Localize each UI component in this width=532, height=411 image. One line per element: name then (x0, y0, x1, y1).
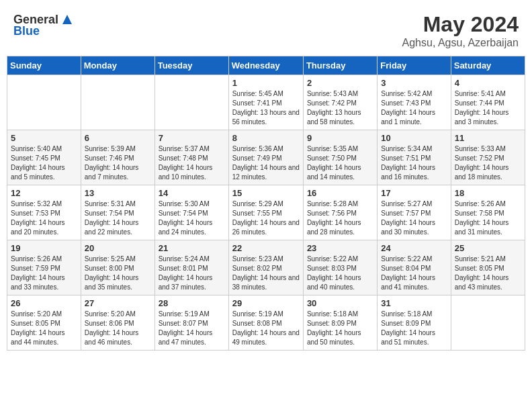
calendar-cell (451, 295, 525, 351)
calendar-cell: 13Sunrise: 5:31 AMSunset: 7:54 PMDayligh… (81, 185, 154, 240)
day-number: 1 (232, 78, 300, 88)
subtitle: Aghsu, Agsu, Azerbaijan (402, 37, 519, 49)
calendar-cell (81, 75, 154, 130)
calendar-cell: 6Sunrise: 5:39 AMSunset: 7:46 PMDaylight… (81, 130, 154, 185)
header-sunday: Sunday (7, 56, 81, 75)
day-number: 15 (232, 188, 300, 198)
calendar-cell: 5Sunrise: 5:40 AMSunset: 7:45 PMDaylight… (7, 130, 81, 185)
calendar-cell: 9Sunrise: 5:35 AMSunset: 7:50 PMDaylight… (303, 130, 377, 185)
day-number: 19 (11, 243, 77, 253)
calendar-cell: 10Sunrise: 5:34 AMSunset: 7:51 PMDayligh… (378, 130, 451, 185)
header-monday: Monday (81, 56, 154, 75)
day-number: 31 (381, 298, 447, 308)
svg-marker-0 (62, 15, 72, 24)
calendar-cell: 16Sunrise: 5:28 AMSunset: 7:56 PMDayligh… (303, 185, 377, 240)
header-wednesday: Wednesday (228, 56, 303, 75)
day-number: 9 (307, 133, 373, 143)
calendar-cell: 28Sunrise: 5:19 AMSunset: 8:07 PMDayligh… (154, 295, 228, 351)
day-info: Sunrise: 5:18 AMSunset: 8:09 PMDaylight:… (381, 310, 447, 347)
day-number: 8 (232, 133, 300, 143)
day-number: 30 (307, 298, 373, 308)
day-info: Sunrise: 5:36 AMSunset: 7:49 PMDaylight:… (232, 144, 300, 182)
header-friday: Friday (378, 56, 451, 75)
day-number: 10 (381, 133, 447, 143)
day-info: Sunrise: 5:40 AMSunset: 7:45 PMDaylight:… (11, 144, 77, 182)
day-number: 17 (381, 188, 447, 198)
calendar-cell: 4Sunrise: 5:41 AMSunset: 7:44 PMDaylight… (451, 75, 525, 130)
day-info: Sunrise: 5:33 AMSunset: 7:52 PMDaylight:… (455, 144, 521, 182)
day-number: 27 (85, 298, 151, 308)
logo-block: General Blue (13, 12, 75, 38)
logo-blue: Blue (13, 24, 40, 38)
header-thursday: Thursday (303, 56, 377, 75)
day-info: Sunrise: 5:28 AMSunset: 7:56 PMDaylight:… (307, 199, 373, 237)
day-number: 12 (11, 188, 77, 198)
week-row-0: 1Sunrise: 5:45 AMSunset: 7:41 PMDaylight… (7, 75, 525, 130)
day-info: Sunrise: 5:19 AMSunset: 8:07 PMDaylight:… (159, 310, 225, 347)
day-info: Sunrise: 5:19 AMSunset: 8:08 PMDaylight:… (232, 310, 300, 347)
day-info: Sunrise: 5:20 AMSunset: 8:05 PMDaylight:… (11, 310, 77, 347)
day-info: Sunrise: 5:42 AMSunset: 7:43 PMDaylight:… (381, 89, 447, 127)
day-info: Sunrise: 5:32 AMSunset: 7:53 PMDaylight:… (11, 199, 77, 237)
calendar-cell: 27Sunrise: 5:20 AMSunset: 8:06 PMDayligh… (81, 295, 154, 351)
day-number: 11 (455, 133, 521, 143)
day-info: Sunrise: 5:30 AMSunset: 7:54 PMDaylight:… (159, 199, 225, 237)
day-info: Sunrise: 5:45 AMSunset: 7:41 PMDaylight:… (232, 89, 300, 127)
main-title: May 2024 (402, 12, 519, 37)
calendar-cell: 1Sunrise: 5:45 AMSunset: 7:41 PMDaylight… (228, 75, 303, 130)
logo: General Blue (13, 12, 75, 38)
day-info: Sunrise: 5:37 AMSunset: 7:48 PMDaylight:… (159, 144, 225, 182)
header-tuesday: Tuesday (154, 56, 228, 75)
day-info: Sunrise: 5:23 AMSunset: 8:02 PMDaylight:… (232, 255, 300, 292)
header-saturday: Saturday (451, 56, 525, 75)
day-info: Sunrise: 5:24 AMSunset: 8:01 PMDaylight:… (159, 255, 225, 292)
day-number: 25 (455, 243, 521, 253)
day-info: Sunrise: 5:29 AMSunset: 7:55 PMDaylight:… (232, 199, 300, 237)
day-info: Sunrise: 5:35 AMSunset: 7:50 PMDaylight:… (307, 144, 373, 182)
title-block: May 2024 Aghsu, Agsu, Azerbaijan (402, 12, 519, 49)
day-number: 13 (85, 188, 151, 198)
calendar-cell: 25Sunrise: 5:21 AMSunset: 8:05 PMDayligh… (451, 240, 525, 295)
day-number: 22 (232, 243, 300, 253)
calendar-cell (7, 75, 81, 130)
calendar-cell (154, 75, 228, 130)
day-info: Sunrise: 5:31 AMSunset: 7:54 PMDaylight:… (85, 199, 151, 237)
calendar-cell: 2Sunrise: 5:43 AMSunset: 7:42 PMDaylight… (303, 75, 377, 130)
day-info: Sunrise: 5:41 AMSunset: 7:44 PMDaylight:… (455, 89, 521, 127)
calendar-cell: 3Sunrise: 5:42 AMSunset: 7:43 PMDaylight… (378, 75, 451, 130)
day-info: Sunrise: 5:22 AMSunset: 8:03 PMDaylight:… (307, 255, 373, 292)
day-number: 24 (381, 243, 447, 253)
calendar-cell: 18Sunrise: 5:26 AMSunset: 7:58 PMDayligh… (451, 185, 525, 240)
week-row-2: 12Sunrise: 5:32 AMSunset: 7:53 PMDayligh… (7, 185, 525, 240)
day-info: Sunrise: 5:34 AMSunset: 7:51 PMDaylight:… (381, 144, 447, 182)
week-row-1: 5Sunrise: 5:40 AMSunset: 7:45 PMDaylight… (7, 130, 525, 185)
day-number: 6 (85, 133, 151, 143)
day-number: 4 (455, 78, 521, 88)
day-info: Sunrise: 5:39 AMSunset: 7:46 PMDaylight:… (85, 144, 151, 182)
day-info: Sunrise: 5:26 AMSunset: 7:59 PMDaylight:… (11, 255, 77, 292)
calendar-cell: 8Sunrise: 5:36 AMSunset: 7:49 PMDaylight… (228, 130, 303, 185)
calendar-cell: 14Sunrise: 5:30 AMSunset: 7:54 PMDayligh… (154, 185, 228, 240)
day-number: 5 (11, 133, 77, 143)
day-number: 20 (85, 243, 151, 253)
calendar-cell: 30Sunrise: 5:18 AMSunset: 8:09 PMDayligh… (303, 295, 377, 351)
day-number: 3 (381, 78, 447, 88)
day-info: Sunrise: 5:18 AMSunset: 8:09 PMDaylight:… (307, 310, 373, 347)
calendar-cell: 23Sunrise: 5:22 AMSunset: 8:03 PMDayligh… (303, 240, 377, 295)
calendar-cell: 22Sunrise: 5:23 AMSunset: 8:02 PMDayligh… (228, 240, 303, 295)
calendar-cell: 26Sunrise: 5:20 AMSunset: 8:05 PMDayligh… (7, 295, 81, 351)
calendar-cell: 12Sunrise: 5:32 AMSunset: 7:53 PMDayligh… (7, 185, 81, 240)
calendar-cell: 7Sunrise: 5:37 AMSunset: 7:48 PMDaylight… (154, 130, 228, 185)
calendar: SundayMondayTuesdayWednesdayThursdayFrid… (7, 56, 525, 351)
calendar-cell: 19Sunrise: 5:26 AMSunset: 7:59 PMDayligh… (7, 240, 81, 295)
day-number: 26 (11, 298, 77, 308)
day-number: 7 (159, 133, 225, 143)
calendar-cell: 24Sunrise: 5:22 AMSunset: 8:04 PMDayligh… (378, 240, 451, 295)
day-info: Sunrise: 5:21 AMSunset: 8:05 PMDaylight:… (455, 255, 521, 292)
calendar-cell: 31Sunrise: 5:18 AMSunset: 8:09 PMDayligh… (378, 295, 451, 351)
day-number: 28 (159, 298, 225, 308)
day-info: Sunrise: 5:22 AMSunset: 8:04 PMDaylight:… (381, 255, 447, 292)
day-info: Sunrise: 5:27 AMSunset: 7:57 PMDaylight:… (381, 199, 447, 237)
calendar-cell: 21Sunrise: 5:24 AMSunset: 8:01 PMDayligh… (154, 240, 228, 295)
day-number: 2 (307, 78, 373, 88)
